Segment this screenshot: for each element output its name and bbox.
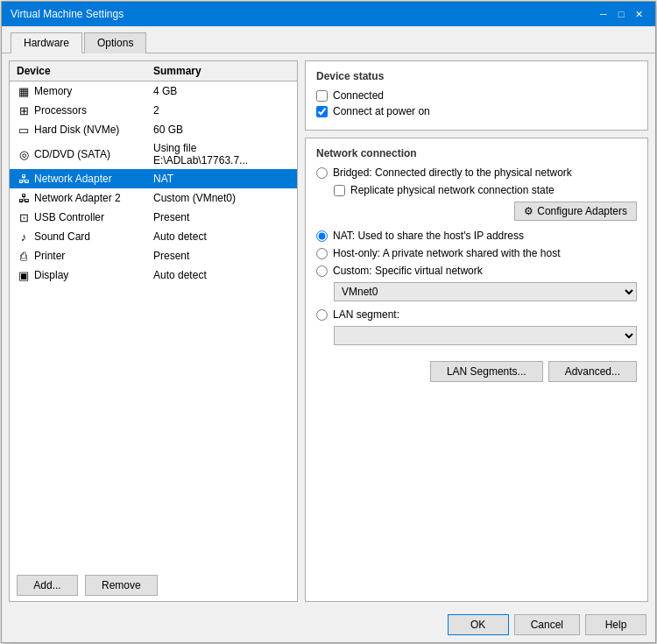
configure-adapters-button[interactable]: ⚙ Configure Adapters bbox=[514, 202, 637, 221]
col-summary: Summary bbox=[153, 65, 290, 77]
device-summary: Auto detect bbox=[153, 269, 290, 281]
replicate-checkbox[interactable] bbox=[334, 185, 345, 196]
lan-segments-button[interactable]: LAN Segments... bbox=[430, 361, 543, 382]
network-connection-section: Network connection Bridged: Connected di… bbox=[305, 138, 648, 602]
virtual-machine-settings-window: Virtual Machine Settings ─ □ ✕ Hardware … bbox=[1, 1, 656, 643]
device-name: Processors bbox=[34, 104, 87, 117]
window-title: Virtual Machine Settings bbox=[11, 8, 124, 20]
device-list-header: Device Summary bbox=[10, 61, 297, 81]
lan-dropdown[interactable] bbox=[334, 326, 637, 345]
custom-radio[interactable] bbox=[316, 265, 328, 277]
configure-adapters-area: ⚙ Configure Adapters bbox=[316, 202, 637, 221]
device-row[interactable]: ⊡ USB Controller Present bbox=[10, 208, 297, 227]
lan-action-buttons: LAN Segments... Advanced... bbox=[316, 361, 637, 382]
nat-radio-row: NAT: Used to share the host's IP address bbox=[316, 230, 637, 242]
remove-device-button[interactable]: Remove bbox=[85, 575, 158, 596]
device-row[interactable]: ▣ Display Auto detect bbox=[10, 265, 297, 285]
device-row[interactable]: ⎙ Printer Present bbox=[10, 246, 297, 265]
device-summary: Auto detect bbox=[153, 230, 290, 243]
advanced-button[interactable]: Advanced... bbox=[548, 361, 637, 382]
connected-checkbox[interactable] bbox=[316, 90, 328, 102]
hostonly-radio[interactable] bbox=[316, 248, 328, 259]
connected-row: Connected bbox=[316, 89, 637, 102]
device-status-section: Device status Connected Connect at power… bbox=[305, 60, 648, 131]
device-name: Hard Disk (NVMe) bbox=[34, 124, 119, 136]
title-bar-controls: ─ □ ✕ bbox=[596, 7, 646, 21]
nat-radio[interactable] bbox=[316, 230, 328, 242]
network-connection-title: Network connection bbox=[316, 147, 637, 159]
bridged-radio-row: Bridged: Connected directly to the physi… bbox=[316, 166, 637, 179]
lan-radio-row: LAN segment: bbox=[316, 308, 637, 321]
tab-options[interactable]: Options bbox=[84, 32, 146, 53]
device-row[interactable]: ▭ Hard Disk (NVMe) 60 GB bbox=[10, 120, 297, 139]
device-summary: 4 GB bbox=[153, 85, 290, 97]
device-summary: 2 bbox=[153, 104, 290, 117]
lan-radio[interactable] bbox=[316, 309, 328, 321]
device-name: Display bbox=[34, 269, 68, 281]
main-content: Device Summary ▦ Memory 4 GB ⊞ Processor… bbox=[2, 53, 655, 609]
device-name: Network Adapter bbox=[34, 173, 112, 185]
bridged-label: Bridged: Connected directly to the physi… bbox=[333, 166, 572, 179]
network-icon: 🖧 bbox=[17, 172, 31, 186]
tab-bar: Hardware Options bbox=[2, 26, 655, 53]
harddisk-icon: ▭ bbox=[17, 123, 31, 137]
usb-icon: ⊡ bbox=[17, 210, 31, 224]
cancel-button[interactable]: Cancel bbox=[514, 614, 580, 635]
add-device-button[interactable]: Add... bbox=[17, 575, 78, 596]
device-list-panel: Device Summary ▦ Memory 4 GB ⊞ Processor… bbox=[9, 60, 298, 602]
replicate-checkbox-row: Replicate physical network connection st… bbox=[334, 184, 637, 196]
device-row[interactable]: ♪ Sound Card Auto detect bbox=[10, 227, 297, 246]
sound-icon: ♪ bbox=[17, 230, 31, 244]
replicate-label: Replicate physical network connection st… bbox=[350, 184, 555, 196]
device-list: ▦ Memory 4 GB ⊞ Processors 2 ▭ Hard Disk… bbox=[10, 81, 297, 570]
device-summary: NAT bbox=[153, 173, 290, 185]
minimize-button[interactable]: ─ bbox=[596, 7, 611, 21]
vmnet-dropdown[interactable]: VMnet0 bbox=[334, 282, 637, 301]
nat-label: NAT: Used to share the host's IP address bbox=[333, 230, 524, 242]
connect-power-row: Connect at power on bbox=[316, 105, 637, 117]
device-name: Network Adapter 2 bbox=[34, 192, 121, 204]
display-icon: ▣ bbox=[17, 268, 31, 282]
dialog-buttons: OK Cancel Help bbox=[2, 609, 655, 642]
device-summary: Present bbox=[153, 250, 290, 262]
maximize-button[interactable]: □ bbox=[613, 7, 629, 21]
device-name: USB Controller bbox=[34, 211, 104, 223]
device-name: Printer bbox=[34, 250, 65, 262]
device-row[interactable]: ⊞ Processors 2 bbox=[10, 101, 297, 120]
device-row[interactable]: 🖧 Network Adapter 2 Custom (VMnet0) bbox=[10, 188, 297, 208]
device-name: CD/DVD (SATA) bbox=[34, 148, 110, 160]
device-action-buttons: Add... Remove bbox=[10, 570, 297, 601]
custom-radio-row: Custom: Specific virtual network bbox=[316, 265, 637, 277]
processor-icon: ⊞ bbox=[17, 103, 31, 117]
device-summary: Present bbox=[153, 211, 290, 223]
hostonly-label: Host-only: A private network shared with… bbox=[333, 247, 560, 259]
device-row[interactable]: ▦ Memory 4 GB bbox=[10, 81, 297, 101]
hostonly-radio-row: Host-only: A private network shared with… bbox=[316, 247, 637, 259]
connect-power-checkbox[interactable] bbox=[316, 106, 328, 117]
lan-label: LAN segment: bbox=[333, 308, 399, 321]
device-summary: Custom (VMnet0) bbox=[153, 192, 290, 204]
device-status-title: Device status bbox=[316, 70, 637, 82]
printer-icon: ⎙ bbox=[17, 249, 31, 263]
bridged-radio[interactable] bbox=[316, 167, 328, 179]
custom-label: Custom: Specific virtual network bbox=[333, 265, 483, 277]
memory-icon: ▦ bbox=[17, 84, 31, 98]
device-name: Sound Card bbox=[34, 230, 90, 243]
device-row[interactable]: ◎ CD/DVD (SATA) Using file E:\ADLab\1776… bbox=[10, 139, 297, 169]
close-button[interactable]: ✕ bbox=[631, 7, 646, 21]
device-summary: Using file E:\ADLab\17763.7... bbox=[153, 142, 290, 166]
ok-button[interactable]: OK bbox=[448, 614, 509, 635]
cdrom-icon: ◎ bbox=[17, 147, 31, 161]
tab-hardware[interactable]: Hardware bbox=[11, 32, 82, 53]
device-name: Memory bbox=[34, 85, 72, 97]
device-row[interactable]: 🖧 Network Adapter NAT bbox=[10, 169, 297, 188]
gear-icon: ⚙ bbox=[524, 205, 533, 217]
right-panel: Device status Connected Connect at power… bbox=[305, 60, 648, 602]
title-bar: Virtual Machine Settings ─ □ ✕ bbox=[2, 2, 655, 26]
connected-label: Connected bbox=[333, 89, 384, 102]
device-summary: 60 GB bbox=[153, 124, 290, 136]
connect-power-label: Connect at power on bbox=[333, 105, 430, 117]
col-device: Device bbox=[17, 65, 153, 77]
network-icon2: 🖧 bbox=[17, 191, 31, 205]
help-button[interactable]: Help bbox=[585, 614, 646, 635]
